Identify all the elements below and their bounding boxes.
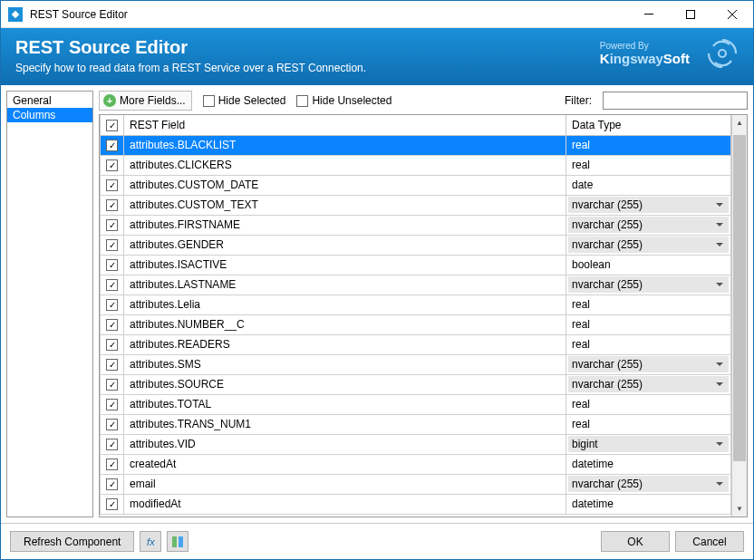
table-row[interactable]: ✓attributes.Leliareal (101, 294, 731, 314)
ok-button[interactable]: OK (601, 531, 670, 552)
row-checkbox[interactable]: ✓ (101, 135, 124, 155)
refresh-component-button[interactable]: Refresh Component (10, 531, 134, 552)
filter-input[interactable] (603, 92, 748, 110)
data-type-cell[interactable]: date (566, 175, 731, 195)
row-checkbox[interactable]: ✓ (101, 275, 124, 294)
table-row[interactable]: ✓attributes.CUSTOM_DATEdate (101, 175, 731, 195)
row-checkbox[interactable]: ✓ (101, 394, 124, 414)
data-type-cell[interactable]: real (566, 135, 731, 155)
data-type-cell[interactable]: real (566, 394, 731, 414)
scroll-thumb[interactable] (733, 135, 746, 461)
data-type-cell[interactable]: nvarchar (255) (566, 195, 731, 215)
data-type-cell[interactable]: nvarchar (255) (566, 374, 731, 394)
row-checkbox[interactable]: ✓ (101, 155, 124, 175)
data-type-dropdown[interactable]: nvarchar (255) (568, 197, 729, 213)
table-row[interactable]: ✓createdAtdatetime (101, 454, 731, 474)
vertical-scrollbar[interactable]: ▲ ▼ (731, 115, 747, 517)
data-type-dropdown[interactable]: nvarchar (255) (568, 237, 729, 253)
row-checkbox[interactable]: ✓ (101, 195, 124, 215)
table-row[interactable]: ✓attributes.ISACTIVEboolean (101, 255, 731, 275)
rest-field-cell[interactable]: attributes.FIRSTNAME (124, 215, 566, 235)
rest-field-cell[interactable]: attributes.ISACTIVE (124, 255, 566, 275)
rest-field-cell[interactable]: attributes.NUMBER__C (124, 314, 566, 334)
table-row[interactable]: ✓attributes.GENDERnvarchar (255) (101, 235, 731, 255)
rest-field-cell[interactable]: attributes.LASTNAME (124, 275, 566, 294)
rest-field-cell[interactable]: attributes.TOTAL (124, 394, 566, 414)
data-type-dropdown[interactable]: bigint (568, 436, 729, 452)
rest-field-cell[interactable]: attributes.SMS (124, 354, 566, 374)
rest-field-cell[interactable]: attributes.Lelia (124, 294, 566, 314)
table-row[interactable]: ✓attributes.READERSreal (101, 334, 731, 354)
data-type-cell[interactable]: nvarchar (255) (566, 275, 731, 294)
row-checkbox[interactable]: ✓ (101, 334, 124, 354)
hide-unselected-checkbox[interactable]: Hide Unselected (296, 94, 392, 107)
row-checkbox[interactable]: ✓ (101, 354, 124, 374)
data-type-cell[interactable]: nvarchar (255) (566, 474, 731, 494)
row-checkbox[interactable]: ✓ (101, 434, 124, 454)
data-type-cell[interactable]: bigint (566, 434, 731, 454)
data-type-cell[interactable]: real (566, 414, 731, 434)
row-checkbox[interactable]: ✓ (101, 175, 124, 195)
rest-field-cell[interactable]: attributes.SOURCE (124, 374, 566, 394)
row-checkbox[interactable]: ✓ (101, 235, 124, 255)
cancel-button[interactable]: Cancel (675, 531, 744, 552)
data-type-dropdown[interactable]: nvarchar (255) (568, 356, 729, 372)
row-checkbox[interactable]: ✓ (101, 255, 124, 275)
row-checkbox[interactable]: ✓ (101, 215, 124, 235)
expression-editor-button[interactable]: fx (140, 531, 161, 552)
table-row[interactable]: ✓emailnvarchar (255) (101, 474, 731, 494)
data-type-cell[interactable]: datetime (566, 494, 731, 514)
row-checkbox[interactable]: ✓ (101, 294, 124, 314)
table-row[interactable]: ✓attributes.NUMBER__Creal (101, 314, 731, 334)
close-button[interactable] (711, 1, 753, 28)
data-type-dropdown[interactable]: nvarchar (255) (568, 376, 729, 392)
row-checkbox[interactable]: ✓ (101, 474, 124, 494)
table-row[interactable]: ✓attributes.BLACKLISTreal (101, 135, 731, 155)
row-checkbox[interactable]: ✓ (101, 494, 124, 514)
rest-field-cell[interactable]: attributes.READERS (124, 334, 566, 354)
minimize-button[interactable] (628, 1, 670, 28)
rest-field-cell[interactable]: modifiedAt (124, 494, 566, 514)
rest-field-cell[interactable]: attributes.BLACKLIST (124, 135, 566, 155)
data-type-cell[interactable]: real (566, 155, 731, 175)
header-rest-field[interactable]: REST Field (124, 115, 566, 135)
table-row[interactable]: ✓attributes.TOTALreal (101, 394, 731, 414)
table-row[interactable]: ✓attributes.FIRSTNAMEnvarchar (255) (101, 215, 731, 235)
data-type-cell[interactable]: nvarchar (255) (566, 215, 731, 235)
data-type-dropdown[interactable]: nvarchar (255) (568, 476, 729, 492)
column-mapping-button[interactable] (167, 531, 188, 552)
data-type-dropdown[interactable]: nvarchar (255) (568, 217, 729, 233)
rest-field-cell[interactable]: attributes.CLICKERS (124, 155, 566, 175)
data-type-dropdown[interactable]: nvarchar (255) (568, 276, 729, 293)
table-row[interactable]: ✓attributes.CLICKERSreal (101, 155, 731, 175)
rest-field-cell[interactable]: attributes.GENDER (124, 235, 566, 255)
data-type-cell[interactable]: real (566, 334, 731, 354)
row-checkbox[interactable]: ✓ (101, 374, 124, 394)
data-type-cell[interactable]: datetime (566, 454, 731, 474)
table-row[interactable]: ✓attributes.SMSnvarchar (255) (101, 354, 731, 374)
table-row[interactable]: ✓attributes.CUSTOM_TEXTnvarchar (255) (101, 195, 731, 215)
table-row[interactable]: ✓attributes.LASTNAMEnvarchar (255) (101, 275, 731, 294)
data-type-cell[interactable]: nvarchar (255) (566, 354, 731, 374)
rest-field-cell[interactable]: attributes.TRANS_NUM1 (124, 414, 566, 434)
data-type-cell[interactable]: real (566, 314, 731, 334)
rest-field-cell[interactable]: attributes.CUSTOM_TEXT (124, 195, 566, 215)
data-type-cell[interactable]: nvarchar (255) (566, 235, 731, 255)
rest-field-cell[interactable]: email (124, 474, 566, 494)
scroll-up-icon[interactable]: ▲ (732, 115, 747, 130)
header-checkbox-cell[interactable]: ✓ (101, 115, 124, 135)
row-checkbox[interactable]: ✓ (101, 454, 124, 474)
data-type-cell[interactable]: boolean (566, 255, 731, 275)
header-data-type[interactable]: Data Type (566, 115, 731, 135)
table-row[interactable]: ✓modifiedAtdatetime (101, 494, 731, 514)
row-checkbox[interactable]: ✓ (101, 314, 124, 334)
more-fields-button[interactable]: + More Fields... (99, 91, 192, 111)
rest-field-cell[interactable]: createdAt (124, 454, 566, 474)
sidebar-tab-general[interactable]: General (7, 93, 92, 108)
rest-field-cell[interactable]: attributes.VID (124, 434, 566, 454)
table-row[interactable]: ✓attributes.VIDbigint (101, 434, 731, 454)
hide-selected-checkbox[interactable]: Hide Selected (203, 94, 286, 107)
rest-field-cell[interactable]: attributes.CUSTOM_DATE (124, 175, 566, 195)
scroll-down-icon[interactable]: ▼ (732, 501, 747, 517)
maximize-button[interactable] (670, 1, 711, 28)
